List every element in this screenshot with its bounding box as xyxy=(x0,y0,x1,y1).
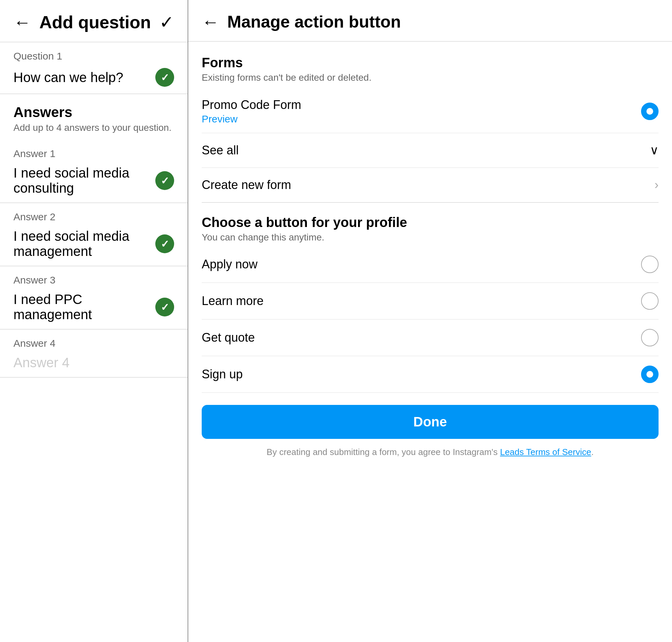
done-button[interactable]: Done xyxy=(202,405,659,439)
promo-form-name: Promo Code Form xyxy=(202,98,301,112)
see-all-row[interactable]: See all ∨ xyxy=(202,133,659,168)
answer1-text: I need social media consulting xyxy=(13,165,155,196)
answers-section: Answers Add up to 4 answers to your ques… xyxy=(0,94,188,140)
promo-form-row[interactable]: Promo Code Form Preview xyxy=(202,90,659,133)
answer2-check-icon xyxy=(155,234,174,253)
left-content: Question 1 How can we help? Answers Add … xyxy=(0,42,188,378)
terms-link[interactable]: Leads Terms of Service xyxy=(500,447,591,457)
promo-form-info: Promo Code Form Preview xyxy=(202,98,301,125)
chevron-right-icon: › xyxy=(655,178,659,192)
create-form-label: Create new form xyxy=(202,178,291,192)
right-back-button[interactable]: ← xyxy=(202,13,219,30)
answer4-label: Answer 4 xyxy=(0,330,188,352)
see-all-label: See all xyxy=(202,143,239,157)
chevron-down-icon: ∨ xyxy=(650,143,659,157)
create-form-row[interactable]: Create new form › xyxy=(202,168,659,203)
forms-section: Forms Existing forms can't be edited or … xyxy=(188,42,672,203)
right-page-title: Manage action button xyxy=(227,12,401,31)
learn-more-label: Learn more xyxy=(202,294,263,308)
answer2-label: Answer 2 xyxy=(0,203,188,225)
promo-form-radio[interactable] xyxy=(641,103,659,120)
answer3-text: I need PPC management xyxy=(13,292,155,322)
right-header: ← Manage action button xyxy=(188,0,672,41)
page-title: Add question xyxy=(39,12,151,32)
right-panel: ← Manage action button Forms Existing fo… xyxy=(188,0,672,642)
forms-subtitle: Existing forms can't be edited or delete… xyxy=(202,72,659,83)
answer3-label: Answer 3 xyxy=(0,266,188,288)
confirm-button[interactable]: ✓ xyxy=(159,12,174,32)
answer2-text: I need social media management xyxy=(13,229,155,259)
apply-now-label: Apply now xyxy=(202,257,258,271)
forms-heading: Forms xyxy=(202,55,659,70)
learn-more-row[interactable]: Learn more xyxy=(202,283,659,320)
get-quote-radio[interactable] xyxy=(641,329,659,346)
answer1-label: Answer 1 xyxy=(0,140,188,162)
answer3-check-icon xyxy=(155,298,174,317)
answer1-row: I need social media consulting xyxy=(0,162,188,203)
choose-subtitle: You can change this anytime. xyxy=(202,232,659,243)
question-row: How can we help? xyxy=(0,65,188,93)
answer2-row: I need social media management xyxy=(0,225,188,266)
sign-up-label: Sign up xyxy=(202,367,243,381)
answer4-text: Answer 4 xyxy=(13,355,69,370)
left-header: ← Add question ✓ xyxy=(0,0,188,42)
question-label: Question 1 xyxy=(0,42,188,65)
sign-up-row[interactable]: Sign up xyxy=(202,356,659,393)
left-panel: ← Add question ✓ Question 1 How can we h… xyxy=(0,0,188,642)
get-quote-row[interactable]: Get quote xyxy=(202,320,659,356)
choose-title: Choose a button for your profile xyxy=(202,215,659,230)
answer1-check-icon xyxy=(155,171,174,190)
answer3-row: I need PPC management xyxy=(0,288,188,329)
answers-heading: Answers xyxy=(13,104,174,120)
sign-up-radio[interactable] xyxy=(641,365,659,383)
terms-text: By creating and submitting a form, you a… xyxy=(202,446,659,459)
choose-button-section: Choose a button for your profile You can… xyxy=(188,203,672,393)
question-text: How can we help? xyxy=(13,70,124,85)
done-section: Done By creating and submitting a form, … xyxy=(188,393,672,465)
get-quote-label: Get quote xyxy=(202,331,255,345)
apply-now-row[interactable]: Apply now xyxy=(202,246,659,283)
answers-subtitle: Add up to 4 answers to your question. xyxy=(13,123,174,133)
question-check-icon xyxy=(155,68,174,87)
terms-prefix: By creating and submitting a form, you a… xyxy=(267,447,497,457)
learn-more-radio[interactable] xyxy=(641,292,659,310)
promo-form-preview-link[interactable]: Preview xyxy=(202,113,301,125)
answer4-divider xyxy=(0,377,188,378)
answer4-row: Answer 4 xyxy=(0,352,188,377)
left-back-button[interactable]: ← xyxy=(13,13,31,31)
apply-now-radio[interactable] xyxy=(641,256,659,273)
terms-period: . xyxy=(591,447,594,457)
